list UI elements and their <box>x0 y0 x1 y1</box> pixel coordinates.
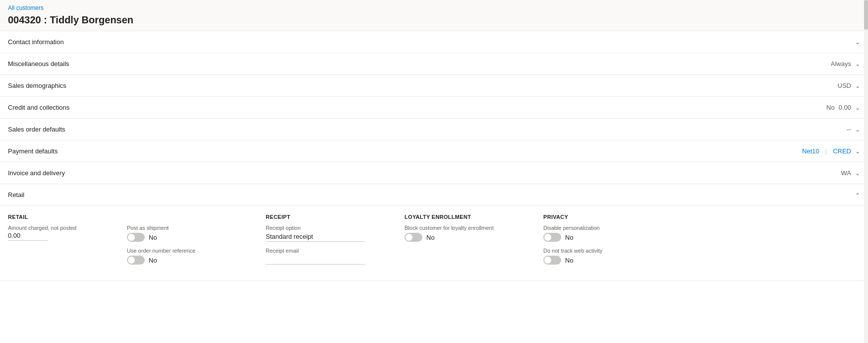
chevron-down-icon: ⌄ <box>855 126 860 133</box>
post-as-shipment-value: No <box>149 234 157 241</box>
section-payment-meta: Net10 | CRED <box>802 147 851 155</box>
disable-personalization-label: Disable personalization <box>543 225 666 231</box>
block-loyalty-toggle-row: No <box>405 233 527 242</box>
section-credit-meta: No 0.00 <box>826 104 851 111</box>
do-not-track-label: Do not track web activity <box>543 248 666 254</box>
do-not-track-group: Do not track web activity No <box>543 248 666 265</box>
chevron-down-icon: ⌄ <box>855 61 860 68</box>
section-contact-label: Contact information <box>8 38 851 46</box>
section-invoice-meta: WA <box>841 169 851 177</box>
block-loyalty-group: Block customer for loyalty enrollment No <box>405 225 527 242</box>
chevron-down-icon: ⌄ <box>855 82 860 89</box>
retail-receipt-col: RECEIPT Receipt option Receipt email <box>266 214 405 271</box>
section-credit-label: Credit and collections <box>8 104 826 111</box>
payment-pipe: | <box>823 147 829 155</box>
use-order-number-value: No <box>149 257 157 264</box>
section-misc-label: Miscellaneous details <box>8 60 831 68</box>
section-misc-meta: Always <box>831 60 851 68</box>
amount-charged-label: Amount charged, not posted <box>8 225 111 231</box>
receipt-email-input[interactable] <box>266 255 365 265</box>
retail-retail-col: RETAIL Amount charged, not posted 0.00 <box>8 214 127 271</box>
do-not-track-toggle[interactable] <box>543 256 561 265</box>
section-sales-order-meta: -- <box>847 126 851 133</box>
post-as-shipment-label: Post as shipment <box>127 225 250 231</box>
block-loyalty-value: No <box>426 234 435 241</box>
use-order-number-toggle[interactable] <box>127 256 145 265</box>
section-invoice-label: Invoice and delivery <box>8 169 841 177</box>
receipt-option-input[interactable] <box>266 232 365 242</box>
use-order-number-toggle-row: No <box>127 256 250 265</box>
section-sales-demo-label: Sales demographics <box>8 82 838 89</box>
retail-header-row[interactable]: Retail ⌄ <box>0 184 868 206</box>
section-payment-label: Payment defaults <box>8 147 802 155</box>
receipt-option-label: Receipt option <box>266 225 389 231</box>
retail-content: RETAIL Amount charged, not posted 0.00 _… <box>0 206 868 280</box>
receipt-col-header: RECEIPT <box>266 214 389 220</box>
scroll-thumb[interactable] <box>864 0 868 30</box>
section-sales-order-label: Sales order defaults <box>8 126 847 133</box>
chevron-down-icon: ⌄ <box>855 170 860 177</box>
block-loyalty-toggle[interactable] <box>405 233 422 242</box>
section-sales-demographics[interactable]: Sales demographics USD ⌄ <box>0 75 868 97</box>
section-contact-information[interactable]: Contact information ⌄ <box>0 31 868 53</box>
chevron-down-icon: ⌄ <box>855 148 860 155</box>
retail-col-header: RETAIL <box>8 214 111 220</box>
amount-charged-value: 0.00 <box>8 232 48 241</box>
page-container: All customers 004320 : Tiddly Borgensen … <box>0 0 868 343</box>
do-not-track-value: No <box>565 257 574 264</box>
use-order-number-label: Use order number reference <box>127 248 250 254</box>
scroll-track <box>864 0 868 343</box>
disable-personalization-toggle-row: No <box>543 233 666 242</box>
payment-cred-value: CRED <box>833 147 851 155</box>
block-loyalty-label: Block customer for loyalty enrollment <box>405 225 527 231</box>
loyalty-col-header: LOYALTY ENROLLMENT <box>405 214 527 220</box>
payment-net10-value: Net10 <box>802 147 819 155</box>
retail-section-label: Retail <box>8 191 851 199</box>
disable-personalization-value: No <box>565 234 574 241</box>
privacy-col-header: PRIVACY <box>543 214 666 220</box>
breadcrumb-area: All customers <box>0 0 868 12</box>
credit-no-value: No <box>826 104 835 111</box>
section-retail: Retail ⌄ RETAIL Amount charged, not post… <box>0 184 868 281</box>
post-as-shipment-toggle-row: No <box>127 233 250 242</box>
section-payment-defaults[interactable]: Payment defaults Net10 | CRED ⌄ <box>0 140 868 162</box>
section-credit-collections[interactable]: Credit and collections No 0.00 ⌄ <box>0 97 868 119</box>
credit-amount-value: 0.00 <box>839 104 851 111</box>
receipt-email-group: Receipt email <box>266 248 389 265</box>
post-as-shipment-toggle[interactable] <box>127 233 145 242</box>
section-miscellaneous-details[interactable]: Miscellaneous details Always ⌄ <box>0 53 868 75</box>
chevron-down-icon: ⌄ <box>855 104 860 111</box>
chevron-down-icon: ⌄ <box>855 39 860 46</box>
receipt-email-label: Receipt email <box>266 248 389 254</box>
retail-shipment-col: _ Post as shipment No Use order number r… <box>127 214 266 271</box>
receipt-option-group: Receipt option <box>266 225 389 242</box>
chevron-up-icon: ⌄ <box>855 192 860 199</box>
disable-personalization-group: Disable personalization No <box>543 225 666 242</box>
section-invoice-delivery[interactable]: Invoice and delivery WA ⌄ <box>0 162 868 184</box>
section-sales-order-defaults[interactable]: Sales order defaults -- ⌄ <box>0 119 868 140</box>
use-order-number-group: Use order number reference No <box>127 248 250 265</box>
do-not-track-toggle-row: No <box>543 256 666 265</box>
page-title: 004320 : Tiddly Borgensen <box>0 12 868 31</box>
breadcrumb-link[interactable]: All customers <box>8 4 44 11</box>
retail-privacy-col: PRIVACY Disable personalization No Do no… <box>543 214 682 271</box>
retail-loyalty-col: LOYALTY ENROLLMENT Block customer for lo… <box>405 214 543 271</box>
post-as-shipment-group: Post as shipment No <box>127 225 250 242</box>
disable-personalization-toggle[interactable] <box>543 233 561 242</box>
section-sales-demo-meta: USD <box>838 82 851 89</box>
